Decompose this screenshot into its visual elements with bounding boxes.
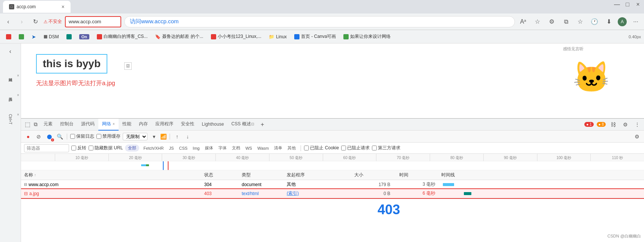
menu-icon[interactable]: ··· [630, 17, 641, 27]
disable-cache-input[interactable] [96, 134, 101, 139]
blocked-cookies-check[interactable]: 已阻止 Cookie [304, 145, 339, 151]
th-status[interactable]: 状态 [201, 172, 239, 178]
dt-tab-elements[interactable]: 元素 [40, 119, 56, 131]
filter-all-tag[interactable]: 全部 [125, 144, 139, 152]
extensions-icon[interactable]: ⚙ [546, 17, 557, 27]
back-btn[interactable]: ‹ [3, 17, 14, 27]
filter-img[interactable]: Img [191, 145, 202, 151]
preserve-log-input[interactable] [70, 134, 75, 139]
blocked-requests-check[interactable]: 已阻止请求 [341, 145, 370, 151]
filter-ws[interactable]: WS [244, 145, 254, 151]
preserve-log-check[interactable]: 保留日志 [70, 133, 94, 140]
dt-tab-network-close[interactable]: × [113, 122, 115, 126]
third-party-input[interactable] [372, 146, 377, 150]
filter-wasm[interactable]: Wasm [256, 145, 271, 151]
devtools-device-btn[interactable]: ⧉ [32, 120, 40, 129]
bookmark-item-0[interactable] [3, 33, 14, 40]
filter-doc[interactable]: 文档 [230, 144, 242, 152]
bookmark-item-2[interactable]: ➤ [29, 33, 39, 41]
fetch-btn[interactable]: ⬤ 2 [45, 132, 53, 141]
history-icon[interactable]: 🕐 [589, 17, 600, 27]
bookmark-item-network[interactable]: 如果让你来设计网络 [340, 33, 394, 41]
sidebar-close-jiejie[interactable]: × [17, 74, 19, 78]
active-tab[interactable]: □ accp.com × [3, 1, 71, 13]
th-size[interactable]: 大小 [351, 172, 396, 178]
dt-tab-console[interactable]: 控制台 [56, 119, 77, 131]
bookmark-item-linux[interactable]: 📁 Linux [266, 33, 290, 40]
third-party-check[interactable]: 第三方请求 [372, 145, 400, 151]
maximize-btn[interactable]: □ [624, 2, 630, 8]
bookmark-star-icon[interactable]: ☆ [532, 17, 543, 27]
table-row-0[interactable]: ⊟ www.accp.com 304 document 其他 179 B [21, 180, 644, 189]
close-btn[interactable]: × [635, 2, 641, 8]
th-time[interactable]: 时间 [396, 172, 441, 178]
minimize-btn[interactable]: — [614, 2, 620, 8]
blocked-cookies-input[interactable] [304, 146, 309, 150]
clear-btn[interactable]: ⊘ [35, 132, 43, 141]
bookmark-item-koala[interactable]: 小小考拉123_Linux,... [208, 33, 265, 41]
filter-manifest[interactable]: 清单 [272, 144, 284, 152]
sidebar-tab-jiejie[interactable]: × 叫姐妹 [0, 73, 21, 77]
profile-icon[interactable]: A [618, 17, 627, 26]
search-btn[interactable]: 🔍 [56, 132, 64, 141]
url-bar[interactable]: 访问www.accp.com [124, 16, 515, 27]
filter-css[interactable]: CSS [177, 145, 190, 151]
dt-tab-add-btn[interactable]: + [258, 121, 267, 128]
sidebar-tab-ctrlt[interactable]: × Ctrl+T [0, 112, 21, 127]
th-type[interactable]: 类型 [239, 172, 284, 178]
disable-cache-check[interactable]: 禁用缓存 [96, 133, 120, 140]
hide-data-url-input[interactable] [89, 146, 93, 150]
filter-media[interactable]: 媒体 [203, 144, 215, 152]
bookmark-item-nieposta[interactable]: 🔖 聂鲁达的邮差 的个... [152, 33, 206, 41]
upload-btn[interactable]: ↑ [173, 132, 181, 141]
invert-input[interactable] [71, 146, 76, 150]
throttle-down-icon[interactable]: ▾ [150, 132, 158, 141]
dt-tab-network[interactable]: 网络 × [98, 119, 119, 131]
refresh-btn[interactable]: ↻ [30, 17, 41, 27]
filter-font[interactable]: 字体 [217, 144, 229, 152]
record-btn[interactable]: ● [24, 132, 32, 141]
dt-settings-btn[interactable]: ⚙ [633, 132, 641, 141]
filter-input[interactable] [24, 144, 69, 152]
hide-data-url-check[interactable]: 隐藏数据 URL [89, 145, 123, 151]
dt-tab-css[interactable]: CSS 概述 ⊡ [228, 119, 258, 131]
sidebar-close-heibai[interactable]: × [17, 93, 19, 97]
filter-js[interactable]: JS [167, 145, 176, 151]
dt-tab-security[interactable]: 安全性 [177, 119, 198, 131]
blocked-requests-input[interactable] [341, 146, 346, 150]
sidebar-collapse-btn[interactable]: ‹ [6, 45, 14, 58]
dt-link-icon[interactable]: ⛓ [609, 120, 618, 129]
filter-fetch-xhr[interactable]: Fetch/XHR [141, 145, 166, 151]
tab-close-btn[interactable]: × [62, 4, 65, 10]
dt-tab-source[interactable]: 源代码 [77, 119, 98, 131]
dt-tab-performance[interactable]: 性能 [119, 119, 135, 131]
read-mode-icon[interactable]: Aᵃ [518, 17, 528, 27]
bookmark-item-on[interactable]: On [76, 33, 92, 40]
throttle-select[interactable]: 无限制 [123, 133, 147, 140]
bookmark-item-canva[interactable]: 首页 - Canva可画 [291, 33, 339, 41]
bookmark-item-teal[interactable] [63, 33, 75, 40]
sidebar-tab-heibai[interactable]: × 黑白彡 [0, 92, 21, 97]
split-view-icon[interactable]: ⧉ [561, 17, 571, 27]
table-row-1[interactable]: ⊟ a.jpg 403 text/html (索引) 0 B [21, 189, 644, 198]
download-btn[interactable]: ↓ [184, 132, 192, 141]
th-timeline[interactable]: 时间线 [441, 172, 644, 178]
dt-tab-memory[interactable]: 内存 [135, 119, 152, 131]
download-icon[interactable]: ⬇ [603, 17, 614, 27]
dt-tab-application[interactable]: 应用程序 [152, 119, 177, 131]
bookmark-item-byyb[interactable]: 白幽幽白的博客_CS... [94, 33, 150, 41]
dt-settings-icon[interactable]: ⚙ [621, 120, 630, 129]
sidebar-close-ctrlt[interactable]: × [17, 113, 19, 117]
th-name[interactable]: 名称 ↑ [21, 172, 201, 178]
bookmark-item-1[interactable] [16, 33, 27, 40]
filter-other[interactable]: 其他 [286, 144, 298, 152]
forward-btn[interactable]: › [17, 17, 27, 27]
dt-tab-lighthouse[interactable]: Lighthouse [198, 119, 228, 131]
domain-box[interactable]: www.accp.com [65, 16, 121, 27]
bookmark-item-dsm[interactable]: ▦ DSM [41, 33, 62, 40]
th-initiator[interactable]: 发起程序 [284, 172, 351, 178]
favorites-icon[interactable]: ☆ [575, 17, 585, 27]
devtools-inspect-btn[interactable]: ⬚ [23, 120, 32, 129]
invert-check[interactable]: 反转 [71, 145, 86, 151]
dt-more-icon[interactable]: ⋮ [633, 120, 642, 129]
